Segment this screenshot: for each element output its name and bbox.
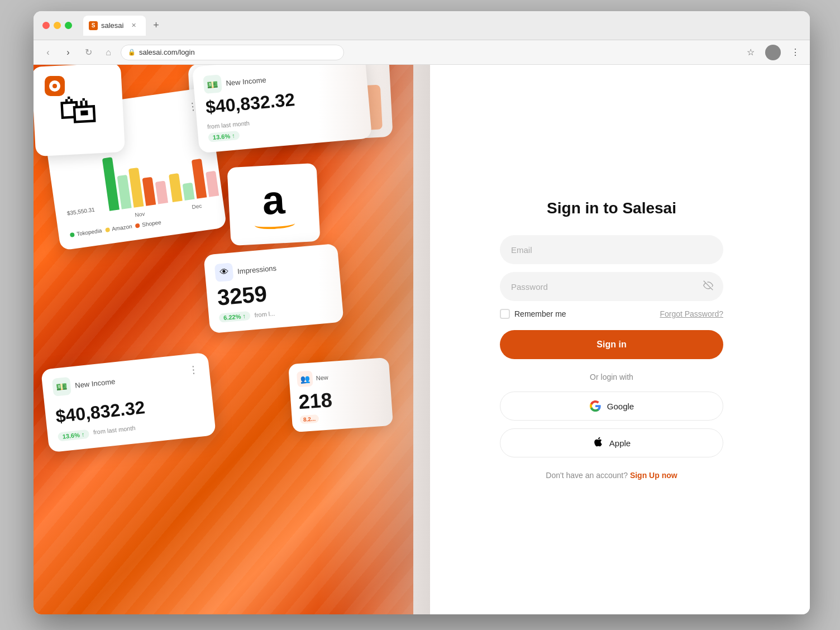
income-badge-top: 13.6% ↑ <box>208 131 240 142</box>
new-member-icon: 👥 <box>297 370 313 387</box>
menu-button[interactable]: ⋮ <box>787 45 803 60</box>
tab-label: salesai <box>101 21 123 30</box>
amazon-logo-letter: a <box>256 179 292 221</box>
right-panel: Sign in to Salesai <box>413 65 810 614</box>
legend-dot-shopee <box>135 223 140 228</box>
impressions-title: Impressions <box>237 264 276 275</box>
traffic-lights <box>42 22 72 29</box>
new-tab-button[interactable]: + <box>148 18 164 34</box>
legend-dot-tokopedia <box>70 232 75 237</box>
new-member-title: New <box>316 374 328 381</box>
address-input[interactable]: 🔒 salesai.com/login <box>121 45 344 60</box>
address-text: salesai.com/login <box>139 48 195 56</box>
app-logo <box>45 76 65 96</box>
maximize-button[interactable] <box>65 22 72 29</box>
bar-group-2: Dec <box>167 157 221 213</box>
app-name: Salesai <box>69 80 104 92</box>
app-logo-dot <box>52 84 57 88</box>
income-card-bottom: 💵 New Income ⋮ $40,832.32 13.6% ↑ from l… <box>41 352 216 453</box>
remember-me-checkbox[interactable] <box>500 309 510 319</box>
amazon-logo-card: a <box>227 163 320 246</box>
bar-green-1 <box>102 157 120 211</box>
sign-in-button[interactable]: Sign in <box>500 330 723 359</box>
bars-dec <box>167 157 219 202</box>
back-button[interactable]: ‹ <box>40 45 56 60</box>
income-bottom-dots[interactable]: ⋮ <box>188 364 199 377</box>
reload-button[interactable]: ↻ <box>80 45 96 60</box>
google-icon <box>589 400 602 412</box>
form-options: Remember me Forgot Password? <box>500 309 723 319</box>
remember-me-text: Remember me <box>514 309 566 318</box>
tab-favicon: S <box>89 21 98 30</box>
legend-amazon: Amazon <box>105 223 133 233</box>
remember-me-label: Remember me <box>500 309 566 319</box>
star-button[interactable]: ☆ <box>743 45 758 60</box>
profile-button[interactable] <box>765 45 781 60</box>
impressions-icon: 👁 <box>214 262 234 282</box>
login-container: Sign in to Salesai <box>500 199 723 480</box>
bar-label-nov: Nov <box>135 211 145 218</box>
income-icon-top: 💵 <box>203 74 222 94</box>
impressions-card: 👁 Impressions 3259 6.22% ↑ from l... <box>203 244 343 333</box>
new-member-badge: 8.2... <box>299 414 319 424</box>
lock-icon: 🔒 <box>128 49 136 56</box>
income-card-top: 💵 New Income $40,832.32 from last month … <box>192 65 372 153</box>
browser-window: S salesai ✕ + ‹ › ↻ ⌂ 🔒 salesai.com/logi… <box>34 11 810 614</box>
impressions-badge: 6.22% ↑ <box>219 311 251 323</box>
income-badge-bottom: 13.6% ↑ <box>58 429 89 442</box>
login-title: Sign in to Salesai <box>500 199 723 217</box>
tab-bar: S salesai ✕ + <box>83 16 164 36</box>
forgot-password-link[interactable]: Forgot Password? <box>660 309 723 318</box>
impressions-sub: from l... <box>254 310 275 318</box>
bar-orange-1 <box>142 177 156 206</box>
active-tab[interactable]: S salesai ✕ <box>83 16 146 36</box>
signup-link-row: Don't have an account? Sign Up now <box>500 471 723 480</box>
app-header: Salesai <box>45 76 104 96</box>
new-member-count: 218 <box>298 385 384 414</box>
legend-shopee: Shopee <box>135 219 162 228</box>
app-logo-inner <box>49 80 60 92</box>
toggle-password-icon[interactable] <box>703 280 713 293</box>
or-divider: Or login with <box>500 373 723 381</box>
bar-pink-1 <box>155 180 168 204</box>
email-field <box>500 235 723 264</box>
close-button[interactable] <box>42 22 50 29</box>
sign-up-link[interactable]: Sign Up now <box>630 471 677 480</box>
apple-login-button[interactable]: Apple <box>500 428 723 457</box>
legend-tokopedia: Tokopedia <box>70 227 103 238</box>
email-input[interactable] <box>500 235 723 264</box>
legend-dot-amazon <box>105 227 110 232</box>
legend-label-tokopedia: Tokopedia <box>76 227 102 237</box>
bar-pink-2 <box>206 171 219 197</box>
income-title-bottom: New Income <box>74 377 115 389</box>
address-bar-row: ‹ › ↻ ⌂ 🔒 salesai.com/login ☆ ⋮ <box>34 40 810 65</box>
new-member-card: 👥 New 218 8.2... <box>288 357 393 432</box>
browser-actions: ☆ ⋮ <box>743 45 803 60</box>
new-member-header: 👥 New <box>297 366 383 388</box>
password-field <box>500 272 723 301</box>
bar-label-dec: Dec <box>192 203 202 210</box>
amazon-smile <box>255 219 295 230</box>
income-icon-bottom: 💵 <box>52 377 71 397</box>
bars-nov <box>102 150 168 211</box>
income-sub-bottom: from last month <box>93 424 136 436</box>
legend-label-shopee: Shopee <box>142 219 162 228</box>
forward-button[interactable]: › <box>60 45 76 60</box>
bar-group-1: Nov <box>102 150 170 222</box>
no-account-text: Don't have an account? <box>546 471 628 480</box>
apple-button-label: Apple <box>609 438 631 448</box>
bar-yellow-2 <box>169 173 183 202</box>
income-title-top: New Income <box>226 75 266 87</box>
home-button[interactable]: ⌂ <box>101 45 116 60</box>
income-header-bottom: 💵 New Income <box>52 372 116 397</box>
password-wrapper <box>500 272 723 301</box>
bar-lightgreen-2 <box>183 183 195 201</box>
minimize-button[interactable] <box>54 22 61 29</box>
page-content: Salesai Okt ● Tokopedia ● Amazon <box>34 65 810 614</box>
google-login-button[interactable]: Google <box>500 392 723 421</box>
tab-close-button[interactable]: ✕ <box>129 21 138 30</box>
legend-label-amazon: Amazon <box>111 223 132 232</box>
browser-titlebar: S salesai ✕ + <box>34 11 810 40</box>
password-input[interactable] <box>500 272 723 301</box>
google-button-label: Google <box>607 402 634 411</box>
